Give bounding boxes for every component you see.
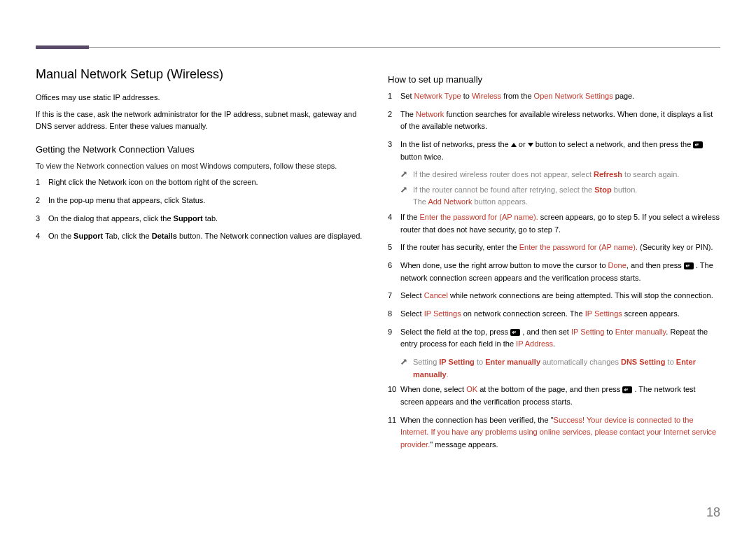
enter-icon	[684, 260, 694, 272]
step-4: 4 On the Support Tab, click the Details …	[36, 230, 368, 243]
intro-line-2: If this is the case, ask the network adm…	[36, 108, 368, 133]
section1-lead: To view the Network connection values on…	[36, 160, 368, 173]
accent-bar	[36, 45, 89, 49]
intro-line-1: Offices may use static IP addresses.	[36, 92, 368, 104]
section-heading-connection-values: Getting the Network Connection Values	[36, 144, 368, 155]
step-text: Right click the Network icon on the bott…	[48, 178, 258, 186]
page-title: Manual Network Setup (Wireless)	[36, 67, 368, 82]
r-step-8: 8 Select IP Settings on network connecti…	[388, 308, 720, 321]
enter-icon	[622, 384, 632, 396]
pencil-icon	[400, 169, 409, 179]
horizontal-rule	[89, 47, 720, 48]
step-text: In the pop-up menu that appears, click S…	[48, 196, 205, 204]
triangle-up-icon	[511, 143, 517, 147]
r-step-6: 6 When done, use the right arrow button …	[388, 260, 720, 284]
note-refresh: If the desired wireless router does not …	[400, 169, 720, 181]
r-step-7: 7 Select Cancel while network connection…	[388, 290, 720, 302]
content-columns: Manual Network Setup (Wireless) Offices …	[36, 67, 720, 456]
page-number: 18	[706, 505, 720, 520]
r-step-3: 3 In the list of networks, press the or …	[388, 139, 720, 163]
steps-list-left: 1Right click the Network icon on the bot…	[36, 176, 368, 242]
steps-list-right-2: 4 If the Enter the password for (AP name…	[388, 211, 720, 351]
r-step-10: 10 When done, select OK at the bottom of…	[388, 384, 720, 408]
enter-icon	[510, 326, 520, 339]
step-text: On the dialog that appears, click the Su…	[48, 214, 218, 223]
triangle-down-icon	[528, 143, 533, 147]
step-2: 2In the pop-up menu that appears, click …	[36, 195, 368, 207]
note-stop: If the router cannot be found after retr…	[400, 184, 720, 209]
steps-list-right-3: 10 When done, select OK at the bottom of…	[388, 384, 720, 451]
pencil-icon	[400, 357, 409, 367]
r-step-9: 9 Select the field at the top, press , a…	[388, 326, 720, 351]
note-ip-setting: Setting IP Setting to Enter manually aut…	[400, 356, 720, 381]
r-step-11: 11 When the connection has been verified…	[388, 414, 720, 451]
left-column: Manual Network Setup (Wireless) Offices …	[36, 67, 368, 456]
r-step-2: 2 The Network function searches for avai…	[388, 108, 720, 133]
r-step-5: 5 If the router has security, enter the …	[388, 241, 720, 254]
enter-icon	[693, 139, 703, 151]
right-column: How to set up manually 1 Set Network Typ…	[388, 67, 720, 456]
r-step-1: 1 Set Network Type to Wireless from the …	[388, 90, 720, 103]
section-heading-manual-setup: How to set up manually	[388, 74, 720, 85]
step-text: On the Support Tab, click the Details bu…	[48, 232, 362, 240]
steps-list-right: 1 Set Network Type to Wireless from the …	[388, 90, 720, 163]
step-3: 3 On the dialog that appears, click the …	[36, 213, 368, 225]
step-1: 1Right click the Network icon on the bot…	[36, 176, 368, 189]
r-step-4: 4 If the Enter the password for (AP name…	[388, 211, 720, 236]
pencil-icon	[400, 185, 409, 195]
